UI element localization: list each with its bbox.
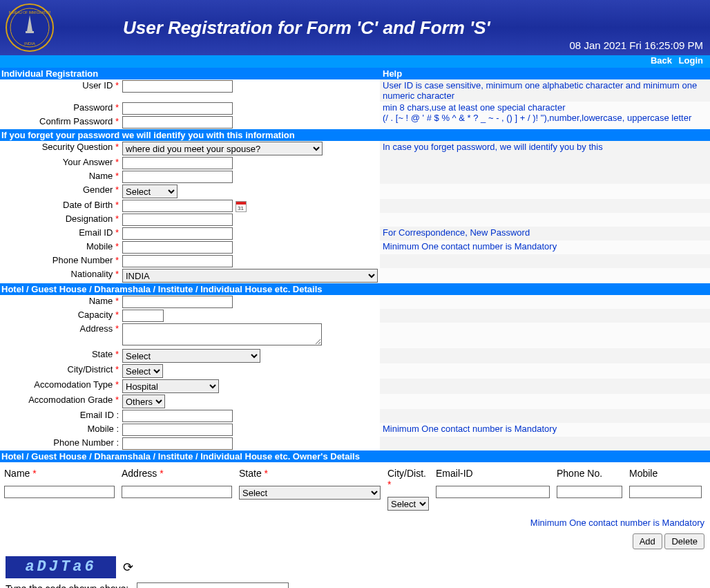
label-security-q: Security Question (42, 142, 113, 152)
owner-name-input[interactable] (4, 486, 115, 498)
owner-address-input[interactable] (122, 486, 232, 498)
label-answer: Your Answer (63, 157, 113, 167)
accom-grade-select[interactable]: Others (122, 395, 165, 408)
login-link[interactable]: Login (679, 55, 703, 66)
city-select[interactable]: Select (122, 364, 163, 378)
nationality-select[interactable]: INDIA (122, 269, 378, 283)
label-confirm-password: Confirm Password (39, 116, 113, 126)
calendar-icon[interactable] (236, 201, 247, 212)
phone-input[interactable] (122, 255, 233, 267)
address-textarea[interactable] (122, 323, 322, 345)
owner-email-input[interactable] (436, 486, 550, 498)
section-hotel: Hotel / Guest House / Dharamshala / Inst… (0, 283, 710, 295)
svg-text:BUREAU OF IMMIGRATION: BUREAU OF IMMIGRATION (9, 10, 50, 15)
timestamp: 08 Jan 2021 Fri 16:25:09 PM (570, 39, 703, 51)
email-input[interactable] (122, 227, 233, 240)
name-input[interactable] (122, 171, 233, 183)
label-accom-type: Accomodation Type (34, 379, 113, 390)
captcha-input[interactable] (137, 582, 289, 588)
owner-phone-input[interactable] (557, 486, 622, 498)
label-state: State (92, 349, 113, 359)
hotel-phone-input[interactable] (122, 437, 233, 450)
page-title: User Registration for Form 'C' and Form … (123, 17, 490, 39)
label-name: Name (89, 171, 113, 181)
owner-head-phone: Phone No. (557, 468, 622, 479)
accom-type-select[interactable]: Hospital (122, 379, 219, 393)
user-id-input[interactable] (122, 80, 233, 93)
owner-state-select[interactable]: Select (239, 486, 381, 500)
label-address: Address (80, 323, 113, 334)
gender-select[interactable]: Select (122, 184, 178, 198)
answer-input[interactable] (122, 157, 233, 169)
owner-mobile-hint: Minimum One contact number is Mandatory (0, 515, 710, 531)
owner-head-name: Name (4, 468, 30, 479)
owner-mobile-input[interactable] (629, 486, 702, 498)
label-hotel-phone: Phone Number : (53, 437, 119, 448)
owner-head-city: City/Dist. (387, 468, 426, 479)
header: BUREAU OF IMMIGRATIONINDIA User Registra… (0, 0, 710, 55)
capacity-input[interactable] (122, 310, 164, 322)
owner-head-address: Address (122, 468, 157, 479)
state-select[interactable]: Select (122, 349, 260, 363)
help-user-id: User ID is case sensitive, minimum one a… (380, 79, 710, 102)
mobile-input[interactable] (122, 241, 233, 254)
label-user-id: User ID (82, 80, 113, 91)
label-designation: Designation (66, 214, 113, 224)
captcha-label: Type the code shown above: (6, 583, 128, 588)
captcha-image: aDJTa6 (6, 556, 116, 578)
emblem-logo: BUREAU OF IMMIGRATIONINDIA (6, 3, 54, 52)
refresh-icon[interactable]: ⟳ (123, 560, 133, 575)
dob-input[interactable] (122, 200, 233, 212)
section-individual: Individual Registration (0, 68, 380, 79)
label-phone: Phone Number (52, 255, 113, 265)
hotel-email-input[interactable] (122, 410, 233, 422)
back-link[interactable]: Back (651, 55, 672, 66)
add-button[interactable]: Add (633, 533, 662, 549)
hotel-mobile-input[interactable] (122, 424, 233, 436)
designation-input[interactable] (122, 214, 233, 226)
label-capacity: Capacity (78, 310, 113, 320)
label-dob: Date of Birth (63, 200, 113, 210)
help-mobile: Minimum One contact number is Mandatory (380, 240, 710, 254)
svg-text:INDIA: INDIA (24, 41, 35, 46)
help-email: For Correspondence, New Password (380, 227, 710, 240)
section-help: Help (380, 68, 710, 79)
owner-head-mobile: Mobile (629, 468, 702, 479)
owner-details-row: Name * Address * State * Select City/Dis… (0, 462, 710, 515)
top-nav: Back Login (0, 55, 710, 68)
owner-city-select[interactable]: Select (387, 497, 429, 511)
help-password: min 8 chars,use at least one special cha… (380, 102, 710, 129)
security-question-select[interactable]: where did you meet your spouse? (122, 142, 323, 155)
label-gender: Gender (83, 184, 113, 195)
section-forgot: If you forget your password we will iden… (0, 129, 710, 141)
label-city: City/District (68, 364, 113, 374)
label-hotel-email: Email ID : (80, 410, 119, 420)
label-accom-grade: Accomodation Grade (28, 395, 113, 405)
hotel-name-input[interactable] (122, 296, 233, 308)
label-email: Email ID (79, 227, 113, 238)
confirm-password-input[interactable] (122, 116, 233, 129)
label-mobile: Mobile (86, 241, 113, 252)
password-input[interactable] (122, 102, 233, 115)
owner-head-state: State (239, 468, 262, 479)
label-hotel-mobile: Mobile : (87, 424, 119, 434)
owner-head-email: Email-ID (436, 468, 550, 479)
help-hotel-mobile: Minimum One contact number is Mandatory (380, 423, 710, 437)
label-hotel-name: Name (89, 296, 113, 306)
delete-button[interactable]: Delete (664, 533, 704, 549)
label-password: Password (73, 102, 113, 113)
section-owner: Hotel / Guest House / Dharamshala / Inst… (0, 451, 710, 462)
label-nationality: Nationality (71, 269, 113, 279)
help-security: In case you forget password, we will ide… (380, 141, 710, 170)
